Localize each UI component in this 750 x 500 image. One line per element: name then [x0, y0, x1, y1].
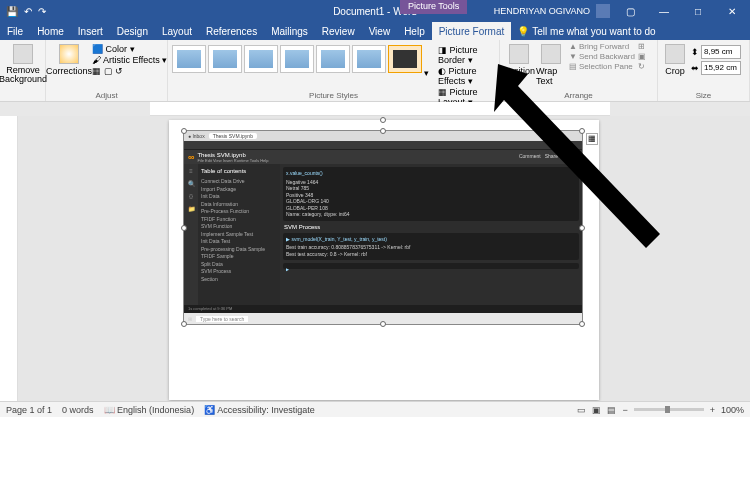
status-bar: Page 1 of 1 0 words 📖 English (Indonesia…	[0, 401, 750, 417]
width-input[interactable]: 15,92 cm	[701, 61, 741, 75]
resize-handle[interactable]	[181, 128, 187, 134]
color-button[interactable]: 🟦 Color ▾	[92, 44, 167, 54]
style-thumb-selected[interactable]	[388, 45, 422, 73]
colab-sidebar: ≡🔍{}📁	[184, 164, 198, 305]
page-indicator[interactable]: Page 1 of 1	[6, 405, 52, 415]
remove-background-button[interactable]: Remove Background	[4, 42, 42, 84]
style-thumb[interactable]	[172, 45, 206, 73]
tab-file[interactable]: File	[0, 22, 30, 40]
rotate-button[interactable]: ↻	[638, 62, 646, 71]
word-count[interactable]: 0 words	[62, 405, 94, 415]
style-thumb[interactable]	[316, 45, 350, 73]
language-indicator[interactable]: 📖 English (Indonesia)	[104, 405, 195, 415]
minimize-icon[interactable]: —	[650, 6, 678, 17]
tab-layout[interactable]: Layout	[155, 22, 199, 40]
tab-review[interactable]: Review	[315, 22, 362, 40]
tab-help[interactable]: Help	[397, 22, 432, 40]
search-icon: 🔍	[188, 180, 195, 187]
tab-insert[interactable]: Insert	[71, 22, 110, 40]
save-icon[interactable]: 💾	[6, 6, 18, 17]
inserted-picture[interactable]: ▦ ● Inbox Thesis SVM.ipynb ∞ Thesis SVM.…	[183, 130, 583, 325]
colab-logo-icon: ∞	[188, 152, 194, 162]
wrap-text-icon	[541, 44, 561, 64]
send-backward-button[interactable]: ▼ Send Backward	[569, 52, 635, 61]
tab-mailings[interactable]: Mailings	[264, 22, 315, 40]
bulb-icon: 💡	[517, 26, 529, 37]
colab-menus: File Edit View Insert Runtime Tools Help	[197, 158, 268, 163]
resize-handle[interactable]	[579, 128, 585, 134]
gear-icon: ⚙	[562, 153, 566, 161]
user-avatar[interactable]	[596, 4, 610, 18]
artistic-effects-button[interactable]: 🖌 Artistic Effects ▾	[92, 55, 167, 65]
corrections-icon	[59, 44, 79, 64]
start-icon: ⊞	[188, 316, 192, 322]
selection-pane-button[interactable]: ▤ Selection Pane	[569, 62, 635, 71]
undo-icon[interactable]: ↶	[24, 6, 32, 17]
picture-styles-label: Picture Styles	[168, 91, 499, 100]
zoom-in-icon[interactable]: +	[710, 405, 715, 415]
maximize-icon[interactable]: □	[684, 6, 712, 17]
toc-icon: ≡	[189, 168, 193, 174]
colab-screenshot: ● Inbox Thesis SVM.ipynb ∞ Thesis SVM.ip…	[184, 131, 582, 324]
resize-handle[interactable]	[380, 321, 386, 327]
zoom-out-icon[interactable]: −	[622, 405, 627, 415]
quick-access: 💾 ↶ ↷	[0, 6, 52, 17]
bring-forward-button[interactable]: ▲ Bring Forward	[569, 42, 635, 51]
context-tool-label: Picture Tools	[400, 0, 467, 14]
picture-effects-button[interactable]: ◐ Picture Effects ▾	[438, 66, 495, 86]
size-label: Size	[658, 91, 749, 100]
close-icon[interactable]: ✕	[718, 6, 746, 17]
resize-handle[interactable]	[380, 128, 386, 134]
share-button: Share	[545, 153, 558, 161]
ribbon-tabs: File Home Insert Design Layout Reference…	[0, 22, 750, 40]
group-button[interactable]: ▣	[638, 52, 646, 61]
style-thumb[interactable]	[244, 45, 278, 73]
position-icon	[509, 44, 529, 64]
redo-icon[interactable]: ↷	[38, 6, 46, 17]
vertical-ruler[interactable]	[0, 116, 18, 401]
ribbon-options-icon[interactable]: ▢	[616, 6, 644, 17]
width-icon: ⬌	[691, 63, 699, 73]
zoom-slider[interactable]	[634, 408, 704, 411]
resize-handle[interactable]	[181, 225, 187, 231]
notebook-body: x.value_counts() Negative 1464Netral 785…	[280, 164, 582, 305]
section-header: SVM Process	[284, 224, 579, 230]
colab-statusbar: 1s completed at 9:36 PM	[184, 305, 582, 313]
accessibility-indicator[interactable]: ♿ Accessibility: Investigate	[204, 405, 315, 415]
view-read-icon[interactable]: ▭	[577, 405, 586, 415]
adjust-group-label: Adjust	[46, 91, 167, 100]
style-thumb[interactable]	[352, 45, 386, 73]
code-cell: ▶	[283, 263, 579, 269]
height-icon: ⬍	[691, 47, 699, 57]
tell-me[interactable]: 💡 Tell me what you want to do	[517, 22, 655, 40]
crop-icon	[665, 44, 685, 64]
tab-view[interactable]: View	[362, 22, 398, 40]
remove-bg-icon	[13, 44, 33, 64]
tab-design[interactable]: Design	[110, 22, 155, 40]
style-thumb[interactable]	[208, 45, 242, 73]
horizontal-ruler[interactable]	[0, 102, 750, 116]
code-cell: ▶ svm_model(X_train, Y_test, y_train, y_…	[283, 233, 579, 261]
tab-home[interactable]: Home	[30, 22, 71, 40]
avatar-icon	[570, 153, 578, 161]
view-print-icon[interactable]: ▣	[592, 405, 601, 415]
title-bar: 💾 ↶ ↷ Document1 - Word Picture Tools HEN…	[0, 0, 750, 22]
picture-border-button[interactable]: ◨ Picture Border ▾	[438, 45, 495, 65]
layout-options-icon[interactable]: ▦	[586, 133, 598, 145]
zoom-level[interactable]: 100%	[721, 405, 744, 415]
resize-handle[interactable]	[181, 321, 187, 327]
resize-handle[interactable]	[579, 321, 585, 327]
compress-pictures-icon[interactable]: ▦ ▢ ↺	[92, 66, 167, 76]
align-button[interactable]: ⊞	[638, 42, 646, 51]
url-bar	[184, 141, 582, 150]
view-web-icon[interactable]: ▤	[607, 405, 616, 415]
rotate-handle[interactable]	[380, 117, 386, 123]
tab-references[interactable]: References	[199, 22, 264, 40]
username: HENDRIYAN OGIVANO	[494, 6, 590, 16]
style-thumb[interactable]	[280, 45, 314, 73]
resize-handle[interactable]	[579, 225, 585, 231]
tab-picture-format[interactable]: Picture Format	[432, 22, 512, 40]
arrange-label: Arrange	[500, 91, 657, 100]
browser-tab: ● Inbox	[188, 133, 205, 139]
height-input[interactable]: 8,95 cm	[701, 45, 741, 59]
